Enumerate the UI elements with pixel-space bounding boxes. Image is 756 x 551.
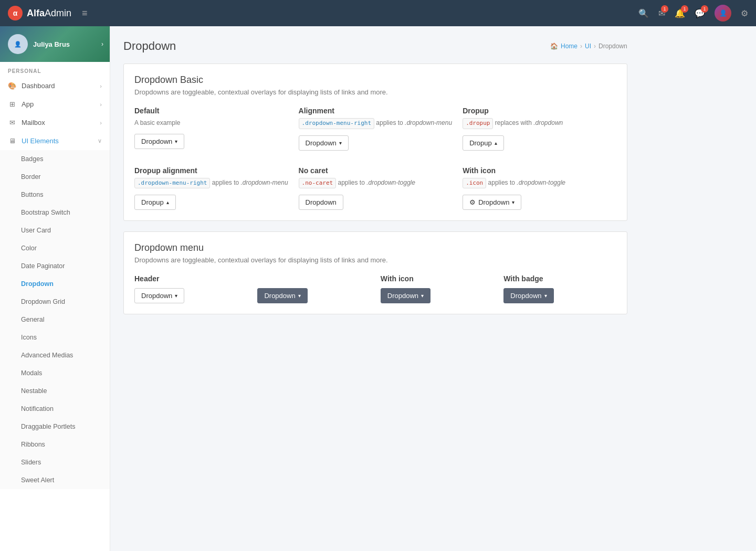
dropup-alignment-title: Dropup alignment	[134, 166, 288, 175]
breadcrumb-section[interactable]: UI	[585, 43, 591, 50]
bell-icon[interactable]: 🔔 1	[675, 8, 685, 18]
sidebar-subitem-notification[interactable]: Notification	[0, 400, 110, 418]
caret-down-icon: ▾	[339, 140, 342, 146]
section-basic-desc: Dropdowns are toggleable, contextual ove…	[134, 88, 616, 96]
example-default-title: Default	[134, 107, 288, 115]
sidebar-toggle[interactable]: ≡	[82, 8, 88, 19]
breadcrumb: 🏠 Home › UI › Dropdown	[550, 43, 627, 50]
chat-icon[interactable]: 💬 1	[695, 8, 705, 18]
example-dropup-desc: .dropup replaces with .dropdown	[463, 118, 616, 129]
no-caret-code: .no-caret	[299, 178, 337, 189]
example-alignment-desc: .dropdown-menu-right applies to .dropdow…	[299, 118, 453, 129]
sidebar-item-label: Dashboard	[22, 82, 55, 90]
alignment-code1: .dropdown-menu-right	[299, 118, 374, 129]
with-icon-code: .icon	[463, 178, 486, 189]
sidebar-section-personal: PERSONAL	[0, 62, 110, 77]
gear-icon: ⚙	[469, 198, 476, 206]
caret-down-icon: ▾	[175, 293, 177, 299]
dropup-button[interactable]: Dropup ▴	[463, 135, 504, 151]
sidebar-subitem-sweet-alert[interactable]: Sweet Alert	[0, 471, 110, 489]
bottom-with-icon-button[interactable]: Dropdown ▾	[381, 288, 430, 303]
sidebar-item-app[interactable]: ⊞ App ›	[0, 95, 110, 113]
menu-desc-text: s for displaying lists of links and more…	[273, 256, 388, 264]
sidebar-user[interactable]: 👤 Juliya Brus ›	[0, 26, 110, 62]
dropup-alignment-desc: .dropdown-menu-right applies to .dropdow…	[134, 178, 288, 189]
sidebar-item-label: UI Elements	[22, 137, 59, 145]
sidebar-subitem-ribbons[interactable]: Ribbons	[0, 436, 110, 453]
search-icon[interactable]: 🔍	[638, 8, 649, 18]
bottom-examples-grid: Header Dropdown ▾ Dropdown ▾	[134, 274, 616, 303]
mailbox-icon: ✉	[8, 119, 16, 126]
sidebar-subitem-color[interactable]: Color	[0, 239, 110, 257]
sidebar-subitem-dropdown-grid[interactable]: Dropdown Grid	[0, 293, 110, 311]
sidebar-subitem-modals[interactable]: Modals	[0, 364, 110, 382]
dropup-align-code: .dropdown-menu-right	[134, 178, 210, 189]
chevron-right-icon: ›	[100, 83, 102, 89]
brand-logo[interactable]: α AlfaAdmin	[8, 6, 71, 20]
sidebar-subitem-advanced-medias[interactable]: Advanced Medias	[0, 346, 110, 364]
no-caret-button[interactable]: Dropdown	[299, 195, 343, 210]
user-avatar-sidebar: 👤	[8, 34, 28, 54]
bell-badge: 1	[681, 5, 688, 13]
dropup-alignment-button[interactable]: Dropup ▴	[134, 195, 176, 210]
sidebar-item-dashboard[interactable]: 🎨 Dashboard ›	[0, 77, 110, 95]
with-icon-button[interactable]: ⚙ Dropdown ▾	[463, 195, 521, 210]
example-dropup-alignment: Dropup alignment .dropdown-menu-right ap…	[134, 166, 288, 210]
example-no-caret: No caret .no-caret applies to .dropdown-…	[299, 166, 453, 210]
sidebar-subitem-buttons[interactable]: Buttons	[0, 186, 110, 204]
sidebar: 👤 Juliya Brus › PERSONAL 🎨 Dashboard › ⊞…	[0, 26, 110, 551]
bottom-dropdown-active-button[interactable]: Dropdown ▾	[257, 288, 307, 303]
sidebar-subitem-border[interactable]: Border	[0, 168, 110, 186]
sidebar-subitem-dropdown[interactable]: Dropdown	[0, 275, 110, 293]
sidebar-subitem-nestable[interactable]: Nestable	[0, 382, 110, 400]
sidebar-item-mailbox[interactable]: ✉ Mailbox ›	[0, 113, 110, 132]
bottom-with-icon-title: With icon	[381, 274, 493, 283]
bottom-header-title: Header	[134, 274, 247, 283]
caret-down-icon: ▾	[298, 293, 301, 299]
caret-up-icon: ▴	[495, 140, 497, 146]
bottom-with-badge-title: With badge	[503, 274, 616, 283]
caret-down-icon: ▾	[175, 139, 177, 144]
sidebar-subitem-bootstrap-switch[interactable]: Bootstrap Switch	[0, 204, 110, 221]
sidebar-subitem-badges[interactable]: Badges	[0, 150, 110, 168]
section-basic-title: Dropdown Basic	[134, 75, 616, 86]
breadcrumb-current: Dropdown	[598, 43, 627, 50]
bottom-example-with-icon: With icon Dropdown ▾	[381, 274, 493, 303]
main-content: Dropdown 🏠 Home › UI › Dropdown Dropdown…	[110, 26, 640, 551]
sidebar-subitem-date-paginator[interactable]: Date Paginator	[0, 257, 110, 275]
sidebar-subitem-sliders[interactable]: Sliders	[0, 453, 110, 471]
sidebar-item-label: App	[22, 100, 34, 108]
bottom-example-active: Dropdown ▾ Action Another action Somethi…	[257, 274, 370, 303]
sidebar-username: Juliya Brus	[33, 40, 70, 48]
dropdown-alignment-button[interactable]: Dropdown ▾	[299, 135, 349, 151]
example-alignment-title: Alignment	[299, 107, 453, 115]
dropdown-default-button[interactable]: Dropdown ▾	[134, 134, 184, 149]
breadcrumb-separator: ›	[580, 43, 582, 50]
bottom-example-with-badge: With badge Dropdown ▾	[503, 274, 616, 303]
page-title: Dropdown	[123, 39, 176, 53]
mail-badge: 1	[661, 5, 668, 13]
dropup-alignment-label: Dropup	[141, 198, 164, 206]
section-menu-desc: Dropdowns are toggleable, contextual ove…	[134, 256, 616, 264]
sidebar-item-ui-elements[interactable]: 🖥 UI Elements ∨	[0, 132, 110, 150]
breadcrumb-home[interactable]: Home	[561, 43, 578, 50]
sidebar-subitem-icons[interactable]: Icons	[0, 329, 110, 346]
caret-down-icon: ▾	[512, 199, 514, 205]
bottom-dropdown-header-button[interactable]: Dropdown ▾	[134, 288, 184, 303]
bottom-with-badge-button[interactable]: Dropdown ▾	[503, 288, 553, 303]
bottom-with-icon-label: Dropdown	[387, 292, 418, 300]
layout: 👤 Juliya Brus › PERSONAL 🎨 Dashboard › ⊞…	[0, 26, 756, 551]
with-icon-desc: .icon applies to .dropdown-toggle	[463, 178, 616, 189]
sidebar-subitem-general[interactable]: General	[0, 311, 110, 329]
sidebar-subitem-user-card[interactable]: User Card	[0, 221, 110, 239]
section-menu-title: Dropdown menu	[134, 242, 616, 253]
bottom-dropdown-active-label: Dropdown	[264, 292, 295, 300]
sidebar-subitem-draggable-portlets[interactable]: Draggable Portlets	[0, 418, 110, 436]
dropup-code1: .dropup	[463, 118, 493, 129]
mail-icon[interactable]: ✉ 1	[658, 8, 665, 18]
with-icon-title: With icon	[463, 166, 616, 175]
bottom-active-title	[257, 274, 370, 283]
settings-icon[interactable]: ⚙	[741, 8, 748, 18]
dropup-label: Dropup	[469, 139, 492, 147]
user-avatar[interactable]: 👤	[715, 5, 731, 22]
